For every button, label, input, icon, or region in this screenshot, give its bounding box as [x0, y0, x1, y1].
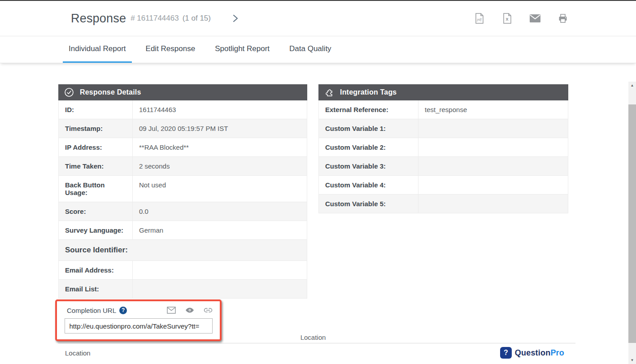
puzzle-icon: [324, 87, 334, 97]
response-details-card: Response Details ID: 1611744463 Timestam…: [58, 84, 307, 299]
row-label: Time Taken:: [59, 157, 133, 175]
tab[interactable]: Individual Report: [63, 36, 132, 63]
row-value: **RAA Blocked**: [133, 138, 307, 156]
table-row: Source Identifier:: [59, 240, 307, 261]
row-label: Custom Variable 5:: [319, 195, 418, 213]
row-value: 2 seconds: [133, 157, 307, 175]
window-top-border: [0, 0, 636, 1]
integration-tags-card: Integration Tags External Reference: tes…: [318, 84, 568, 213]
table-row: Custom Variable 3:: [319, 157, 568, 176]
tab-label: Edit Response: [146, 44, 196, 53]
integration-tags-header: Integration Tags: [318, 84, 568, 100]
row-value: 0.0: [133, 202, 307, 221]
print-icon[interactable]: [557, 13, 569, 24]
response-details-title: Response Details: [80, 88, 141, 96]
row-value: 09 Jul, 2020 05:19:57 PM IST: [133, 119, 307, 138]
row-label: Survey Language:: [59, 221, 133, 239]
response-details-table: ID: 1611744463 Timestamp: 09 Jul, 2020 0…: [58, 100, 307, 299]
row-label: Email List:: [59, 280, 133, 298]
table-row: Custom Variable 4:: [319, 176, 568, 195]
scroll-down-button[interactable]: ▼: [628, 356, 636, 364]
questionpro-mark-icon: ?: [500, 347, 512, 359]
row-label: Custom Variable 4:: [319, 176, 418, 194]
table-row: Email Address:: [59, 261, 307, 280]
table-row: ID: 1611744463: [59, 100, 307, 119]
svg-text:pdf: pdf: [477, 17, 483, 22]
help-icon[interactable]: ?: [119, 307, 127, 314]
chevron-right-icon: [232, 14, 239, 23]
svg-text:x: x: [506, 16, 509, 22]
questionpro-logo: ? QuestionPro: [500, 347, 564, 359]
row-label: Custom Variable 2:: [319, 138, 418, 156]
tab-label: Spotlight Report: [215, 44, 270, 53]
integration-tags-table: External Reference: test_response Custom…: [318, 100, 568, 213]
integration-tags-title: Integration Tags: [340, 88, 396, 96]
table-row: IP Address: **RAA Blocked**: [59, 138, 307, 157]
row-label: Back Button Usage:: [59, 176, 133, 202]
row-label: ID:: [59, 100, 133, 119]
report-tabbar: Individual Report Edit Response Spotligh…: [0, 36, 636, 63]
scroll-up-button[interactable]: ▲: [628, 82, 636, 89]
table-row: Survey Language: German: [59, 221, 307, 240]
tab[interactable]: Edit Response: [140, 36, 201, 63]
row-value: [418, 195, 568, 213]
row-value: [133, 280, 307, 298]
export-excel-icon[interactable]: x: [501, 13, 513, 24]
send-email-icon[interactable]: [167, 306, 176, 315]
row-label: Custom Variable 3:: [319, 157, 418, 175]
tab[interactable]: Data Quality: [283, 36, 337, 63]
row-value: [133, 261, 307, 279]
row-label: IP Address:: [59, 138, 133, 156]
response-position: (1 of 15): [183, 14, 211, 23]
brand-question: Question: [515, 348, 551, 357]
row-value: [418, 157, 568, 175]
tab-label: Data Quality: [289, 44, 331, 53]
completion-url-input[interactable]: [65, 318, 213, 334]
brand-pro: Pro: [550, 348, 564, 357]
vertical-scrollbar: ▲ ▼: [628, 82, 636, 364]
table-row: Score: 0.0: [59, 202, 307, 221]
tab-label: Individual Report: [69, 44, 126, 53]
table-row: Custom Variable 5:: [319, 195, 568, 213]
table-row: Timestamp: 09 Jul, 2020 05:19:57 PM IST: [59, 119, 307, 138]
page-header: Response # 1611744463 (1 of 15) pdf x: [0, 1, 636, 36]
location-section-title-left: Location: [65, 349, 91, 357]
tab[interactable]: Spotlight Report: [209, 36, 275, 63]
row-value: Not used: [133, 176, 307, 202]
table-row: Custom Variable 2:: [319, 138, 568, 157]
table-row: Back Button Usage: Not used: [59, 176, 307, 202]
table-row: Custom Variable 1:: [319, 119, 568, 138]
row-label: Source Identifier:: [59, 240, 307, 260]
row-value: 1611744463: [133, 100, 307, 119]
row-label: Timestamp:: [59, 119, 133, 138]
table-row: Email List:: [59, 280, 307, 298]
export-pdf-icon[interactable]: pdf: [474, 13, 485, 24]
row-label: Email Address:: [59, 261, 133, 279]
next-response-button[interactable]: [232, 14, 239, 23]
row-value: [418, 138, 568, 156]
email-icon[interactable]: [529, 13, 541, 24]
row-label: Custom Variable 1:: [319, 119, 418, 138]
row-value: [418, 176, 568, 194]
completion-url-label: Completion URL: [67, 307, 116, 314]
response-details-header: Response Details: [58, 84, 307, 100]
tabs-container: Individual Report Edit Response Spotligh…: [63, 36, 337, 63]
row-value: [418, 119, 568, 138]
row-label: Score:: [59, 202, 133, 221]
location-section-title: Location: [282, 334, 344, 341]
row-label: External Reference:: [319, 100, 418, 119]
page-title: Response: [71, 12, 126, 26]
table-row: External Reference: test_response: [319, 100, 568, 119]
response-id: # 1611744463: [131, 14, 179, 23]
scrollbar-thumb[interactable]: [628, 104, 636, 343]
copy-link-icon[interactable]: [204, 306, 213, 315]
row-value: test_response: [418, 100, 568, 119]
section-divider: [58, 343, 575, 343]
check-circle-icon: [64, 87, 74, 97]
completion-url-highlight: Completion URL ?: [55, 299, 222, 341]
row-value: German: [133, 221, 307, 239]
table-row: Time Taken: 2 seconds: [59, 157, 307, 176]
preview-eye-icon[interactable]: [185, 306, 194, 315]
